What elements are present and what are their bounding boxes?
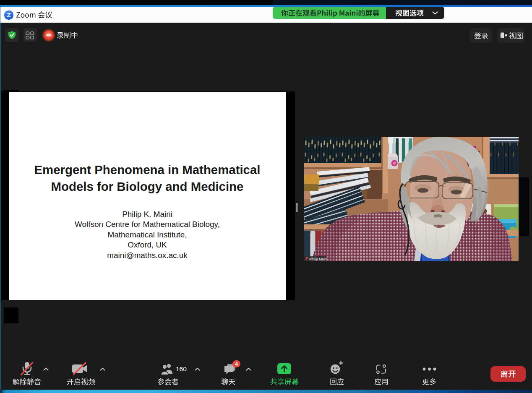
svg-text:4: 4 xyxy=(235,361,238,367)
svg-text:Z: Z xyxy=(7,11,11,18)
